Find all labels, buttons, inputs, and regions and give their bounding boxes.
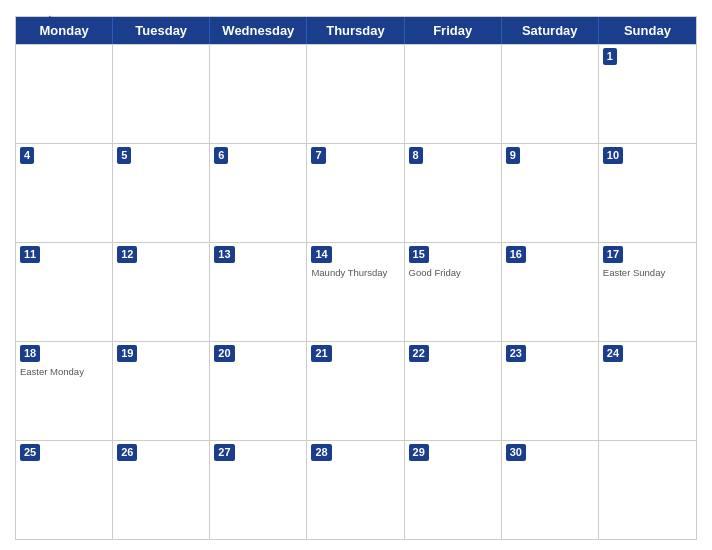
cell-holiday: Good Friday [409,267,497,278]
calendar-cell-4: 4 [16,144,113,242]
calendar-cell-1: 1 [599,45,696,143]
calendar-cell- [405,45,502,143]
calendar-cell-empty [210,45,307,143]
calendar-cell-26: 26 [113,441,210,539]
calendar-cell-24: 24 [599,342,696,440]
cell-number: 13 [214,246,234,263]
day-header-saturday: Saturday [502,17,599,44]
cell-number: 18 [20,345,40,362]
cell-number: 15 [409,246,429,263]
cell-number: 5 [117,147,131,164]
cell-holiday: Easter Sunday [603,267,692,278]
calendar-cell-29: 29 [405,441,502,539]
cell-number: 19 [117,345,137,362]
cell-number: 21 [311,345,331,362]
cell-number: 10 [603,147,623,164]
calendar-cell-empty [599,441,696,539]
calendar-cell-30: 30 [502,441,599,539]
week-row-1: 1 [16,44,696,143]
day-header-thursday: Thursday [307,17,404,44]
cell-number: 1 [603,48,617,65]
calendar-cell-25: 25 [16,441,113,539]
cell-number: 27 [214,444,234,461]
calendar-cell-17: 17Easter Sunday [599,243,696,341]
cell-holiday: Maundy Thursday [311,267,399,278]
cell-number: 7 [311,147,325,164]
cell-number: 29 [409,444,429,461]
calendar-cell-23: 23 [502,342,599,440]
cell-number: 30 [506,444,526,461]
calendar-cell-19: 19 [113,342,210,440]
cell-number: 24 [603,345,623,362]
cell-number: 17 [603,246,623,263]
cell-number: 8 [409,147,423,164]
cell-number: 12 [117,246,137,263]
day-header-sunday: Sunday [599,17,696,44]
cell-number: 28 [311,444,331,461]
calendar-cell-9: 9 [502,144,599,242]
calendar-grid: MondayTuesdayWednesdayThursdayFridaySatu… [15,16,697,540]
calendar-cell-28: 28 [307,441,404,539]
calendar-cell-13: 13 [210,243,307,341]
calendar-cell-18: 18Easter Monday [16,342,113,440]
calendar-cell-empty [16,45,113,143]
logo: ▲ [15,10,85,31]
logo-bird-icon: ▲ [41,10,59,31]
day-header-friday: Friday [405,17,502,44]
calendar-cell-20: 20 [210,342,307,440]
cell-number: 20 [214,345,234,362]
calendar-cell-11: 11 [16,243,113,341]
week-row-5: 252627282930 [16,440,696,539]
calendar-cell- [307,45,404,143]
cell-number: 22 [409,345,429,362]
weeks-container: 14567891011121314Maundy Thursday15Good F… [16,44,696,539]
calendar-cell-12: 12 [113,243,210,341]
calendar-cell-21: 21 [307,342,404,440]
day-headers-row: MondayTuesdayWednesdayThursdayFridaySatu… [16,17,696,44]
cell-number: 23 [506,345,526,362]
cell-number: 16 [506,246,526,263]
cell-number: 4 [20,147,34,164]
cell-number: 26 [117,444,137,461]
calendar-cell-empty [113,45,210,143]
calendar-cell- [502,45,599,143]
cell-holiday: Easter Monday [20,366,108,377]
day-header-tuesday: Tuesday [113,17,210,44]
cell-number: 9 [506,147,520,164]
calendar-cell-10: 10 [599,144,696,242]
calendar-cell-27: 27 [210,441,307,539]
week-row-3: 11121314Maundy Thursday15Good Friday1617… [16,242,696,341]
calendar-cell-22: 22 [405,342,502,440]
calendar-cell-16: 16 [502,243,599,341]
cell-number: 14 [311,246,331,263]
calendar-page: ▲ MondayTuesdayWednesdayThursdayFridaySa… [0,0,712,550]
week-row-2: 45678910 [16,143,696,242]
calendar-cell-5: 5 [113,144,210,242]
week-row-4: 18Easter Monday192021222324 [16,341,696,440]
cell-number: 25 [20,444,40,461]
calendar-cell-15: 15Good Friday [405,243,502,341]
cell-number: 6 [214,147,228,164]
calendar-cell-7: 7 [307,144,404,242]
day-header-wednesday: Wednesday [210,17,307,44]
calendar-cell-14: 14Maundy Thursday [307,243,404,341]
calendar-cell-8: 8 [405,144,502,242]
cell-number: 11 [20,246,40,263]
calendar-cell-6: 6 [210,144,307,242]
